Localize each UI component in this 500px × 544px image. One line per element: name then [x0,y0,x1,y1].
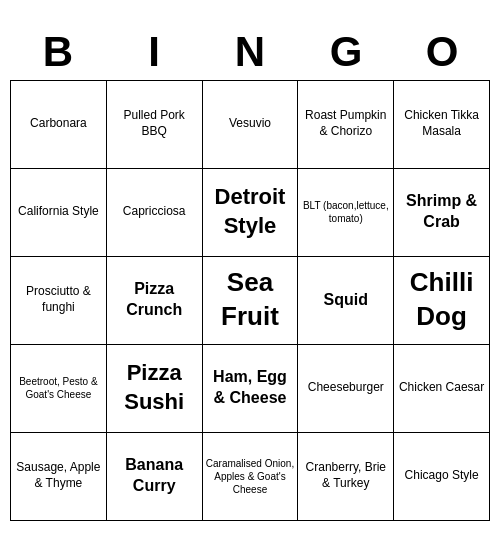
cell-content: Shrimp & Crab [397,191,486,233]
bingo-cell: Shrimp & Crab [394,169,490,257]
bingo-cell: Pulled Pork BBQ [107,81,203,169]
cell-content: Carbonara [30,116,87,132]
bingo-cell: Chilli Dog [394,257,490,345]
bingo-cell: Chicago Style [394,433,490,521]
cell-content: BLT (bacon,lettuce, tomato) [301,199,390,225]
cell-content: Squid [324,290,368,311]
cell-content: Capricciosa [123,204,186,220]
cell-content: Roast Pumpkin & Chorizo [301,108,390,139]
cell-content: Chilli Dog [397,266,486,334]
header-letter: I [110,28,198,76]
cell-content: Prosciutto & funghi [14,284,103,315]
header-letter: O [398,28,486,76]
cell-content: Sausage, Apple & Thyme [14,460,103,491]
bingo-cell: Caramalised Onion, Apples & Goat's Chees… [203,433,299,521]
cell-content: Sea Fruit [206,266,295,334]
bingo-cell: Prosciutto & funghi [11,257,107,345]
bingo-cell: Banana Curry [107,433,203,521]
cell-content: Pizza Sushi [110,359,199,416]
header-letter: B [14,28,102,76]
cell-content: Pizza Crunch [110,279,199,321]
cell-content: Beetroot, Pesto & Goat's Cheese [14,375,103,401]
bingo-cell: Vesuvio [203,81,299,169]
bingo-cell: Sea Fruit [203,257,299,345]
bingo-cell: Chicken Caesar [394,345,490,433]
bingo-grid: CarbonaraPulled Pork BBQVesuvioRoast Pum… [10,80,490,521]
cell-content: Cranberry, Brie & Turkey [301,460,390,491]
bingo-cell: Squid [298,257,394,345]
bingo-cell: Cheeseburger [298,345,394,433]
bingo-cell: Cranberry, Brie & Turkey [298,433,394,521]
bingo-cell: Sausage, Apple & Thyme [11,433,107,521]
header-letter: N [206,28,294,76]
header-letter: G [302,28,390,76]
cell-content: Banana Curry [110,455,199,497]
cell-content: Vesuvio [229,116,271,132]
bingo-cell: Roast Pumpkin & Chorizo [298,81,394,169]
bingo-cell: Chicken Tikka Masala [394,81,490,169]
bingo-cell: Carbonara [11,81,107,169]
cell-content: Chicken Caesar [399,380,484,396]
bingo-cell: Detroit Style [203,169,299,257]
bingo-header: BINGO [10,24,490,80]
bingo-cell: Beetroot, Pesto & Goat's Cheese [11,345,107,433]
bingo-cell: California Style [11,169,107,257]
cell-content: Pulled Pork BBQ [110,108,199,139]
cell-content: Detroit Style [206,183,295,240]
bingo-cell: BLT (bacon,lettuce, tomato) [298,169,394,257]
bingo-cell: Pizza Sushi [107,345,203,433]
cell-content: Cheeseburger [308,380,384,396]
cell-content: Chicago Style [405,468,479,484]
cell-content: Caramalised Onion, Apples & Goat's Chees… [206,457,295,496]
bingo-card: BINGO CarbonaraPulled Pork BBQVesuvioRoa… [10,24,490,521]
cell-content: Chicken Tikka Masala [397,108,486,139]
cell-content: California Style [18,204,99,220]
bingo-cell: Capricciosa [107,169,203,257]
cell-content: Ham, Egg & Cheese [206,367,295,409]
bingo-cell: Ham, Egg & Cheese [203,345,299,433]
bingo-cell: Pizza Crunch [107,257,203,345]
